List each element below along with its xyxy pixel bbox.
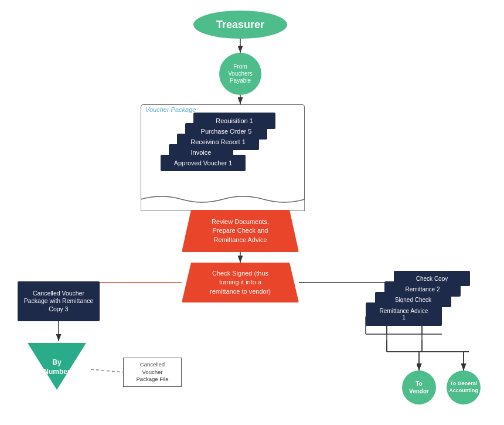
treasurer-text: Treasurer xyxy=(216,19,264,31)
to-general-text: To General Accounting xyxy=(449,380,478,394)
svg-line-9 xyxy=(91,369,123,372)
cancelled-voucher-text: Cancelled Voucher Package with Remittanc… xyxy=(24,290,93,314)
process-review-text: Review Documents, Prepare Check and Remi… xyxy=(212,217,269,244)
voucher-package-label: Voucher Package xyxy=(145,106,196,113)
by-number-triangle: By Number xyxy=(25,340,89,393)
doc-approved: Approved Voucher 1 xyxy=(161,155,246,171)
cancelled-file-text: Cancelled Voucher Package File xyxy=(137,361,169,383)
svg-text:Number: Number xyxy=(43,368,70,376)
to-general-accounting-circle: To General Accounting xyxy=(447,370,481,404)
wavy-bottom xyxy=(141,193,305,211)
process-check: Check Signed (thus turning it into a rem… xyxy=(182,263,299,302)
from-vouchers-circle: From Vouchers Payable xyxy=(219,53,261,95)
to-vendor-circle: To Vendor xyxy=(402,370,436,404)
doc-remittance-advice: Remittance Advice 1 xyxy=(366,302,442,326)
by-number-container: By Number xyxy=(25,340,89,393)
svg-marker-17 xyxy=(28,343,86,390)
process-review: Review Documents, Prepare Check and Remi… xyxy=(182,210,299,252)
from-vouchers-text: From Vouchers Payable xyxy=(228,63,253,84)
treasurer-label: Treasurer xyxy=(193,11,287,39)
diagram: Treasurer From Vouchers Payable Voucher … xyxy=(0,0,504,425)
svg-text:By: By xyxy=(52,358,62,366)
to-vendor-text: To Vendor xyxy=(409,380,429,395)
process-check-text: Check Signed (thus turning it into a rem… xyxy=(210,269,271,296)
cancelled-file-box: Cancelled Voucher Package File xyxy=(123,358,182,387)
cancelled-voucher-doc: Cancelled Voucher Package with Remittanc… xyxy=(18,281,100,321)
